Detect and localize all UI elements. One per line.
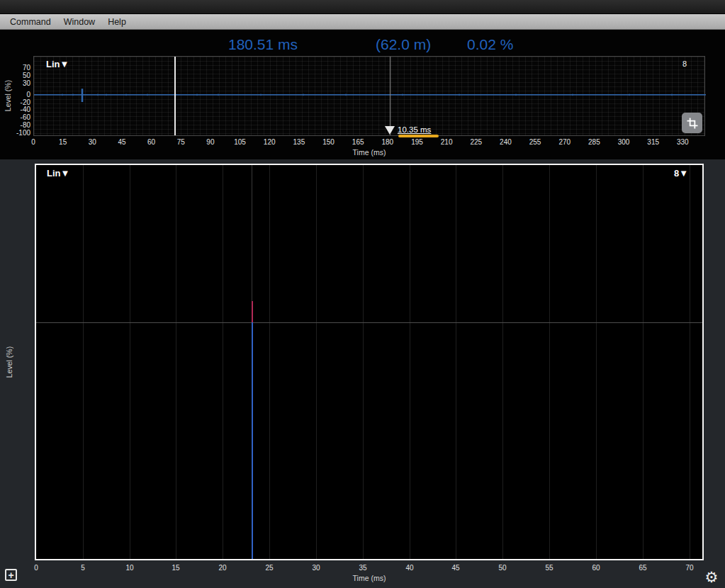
overview-ir-trace [34, 57, 706, 137]
overview-x-tick: 210 [441, 138, 453, 146]
chevron-down-icon: ▼ [61, 168, 70, 179]
overview-x-tick: 255 [529, 138, 541, 146]
overview-x-tick: 165 [352, 138, 364, 146]
main-x-tick: 65 [639, 564, 646, 572]
overview-x-tick: 315 [647, 138, 659, 146]
main-grid-line [130, 165, 130, 559]
locator-time-label[interactable]: 10.35 ms [398, 125, 431, 134]
impulse-positive-lobe [252, 301, 253, 323]
crop-icon [685, 116, 699, 130]
overview-x-tick: 15 [59, 138, 67, 146]
delay-time-value: 180.51 ms [228, 36, 298, 53]
plus-icon: + [8, 570, 13, 580]
menu-item-help[interactable]: Help [108, 17, 126, 27]
main-grid-line [83, 165, 84, 559]
menu-item-window[interactable]: Window [64, 17, 95, 27]
main-pane: Level (%) Lin▼ 8▼ 0510152025303540455055… [0, 159, 725, 588]
zoom-region-boundary-line[interactable] [174, 57, 176, 135]
overview-plot-area[interactable]: Lin▼ 8 10.35 ms [33, 56, 705, 136]
main-x-tick: 35 [359, 564, 366, 572]
overview-x-tick: 90 [206, 138, 214, 146]
overview-x-tick: 75 [177, 138, 185, 146]
overview-x-tick: 300 [618, 138, 630, 146]
main-x-tick: 55 [545, 564, 553, 572]
main-x-axis-label: Time (ms) [353, 574, 386, 582]
overview-x-tick: 285 [588, 138, 600, 146]
overview-x-axis-label: Time (ms) [353, 148, 386, 157]
main-grid-line [269, 165, 270, 559]
overview-x-tick: 135 [293, 138, 305, 146]
main-grid-line [690, 165, 690, 559]
overview-x-tick: 120 [264, 138, 276, 146]
main-grid-line [410, 165, 410, 559]
zero-level-line [36, 322, 702, 323]
main-plot-area[interactable]: Lin▼ 8▼ [35, 164, 704, 560]
main-grid-line [176, 165, 176, 559]
gear-icon: ⚙ [705, 569, 719, 585]
overview-x-tick: 30 [89, 138, 96, 146]
overview-y-tick: 50 [0, 71, 30, 79]
overview-x-tick: 105 [234, 138, 246, 146]
menu-item-command[interactable]: Command [10, 17, 51, 27]
main-scale-dropdown[interactable]: Lin▼ [47, 168, 69, 179]
delay-percent-value: 0.02 % [467, 36, 513, 53]
main-grid-line [643, 165, 643, 559]
overview-y-tick: -80 [0, 120, 30, 128]
overview-x-tick: 150 [322, 138, 335, 146]
overview-pane: 180.51 ms (62.0 m) 0.02 % Level (%) Lin▼… [0, 30, 725, 159]
main-x-tick: 60 [592, 564, 600, 572]
overview-x-tick: 225 [470, 138, 482, 146]
overview-x-tick: 195 [411, 138, 423, 146]
main-grid-line [223, 165, 223, 559]
main-y-axis-label: Level (%) [5, 346, 13, 378]
overview-x-tick: 0 [31, 138, 35, 146]
menu-bar: Command Window Help [0, 14, 725, 30]
overview-y-tick: -20 [0, 98, 30, 106]
overview-y-tick: -100 [0, 128, 30, 136]
impulse-negative-lobe [252, 322, 253, 559]
settings-button[interactable]: ⚙ [703, 569, 720, 586]
main-grid-line [502, 165, 503, 559]
main-x-tick: 70 [685, 564, 693, 572]
overview-y-tick: -60 [0, 113, 30, 121]
crop-zoom-button[interactable] [682, 113, 702, 133]
main-scale-label: Lin [47, 168, 61, 179]
overview-x-tick: 60 [147, 138, 155, 146]
main-x-tick: 25 [265, 564, 273, 572]
overview-x-tick: 270 [558, 138, 571, 146]
overview-x-tick: 45 [118, 138, 125, 146]
smaart-app-window: Command Window Help 180.51 ms (62.0 m) 0… [0, 0, 725, 588]
main-x-tick: 30 [312, 564, 320, 572]
chevron-down-icon: ▼ [679, 168, 688, 179]
main-x-tick: 5 [81, 564, 85, 572]
main-x-tick: 45 [451, 564, 459, 572]
main-grid-line [316, 165, 317, 559]
main-x-tick: 20 [218, 564, 226, 572]
locator-highlight-bar [398, 135, 439, 137]
window-titlebar[interactable] [0, 0, 725, 14]
overview-y-tick: 0 [0, 90, 30, 98]
overview-x-tick: 330 [677, 138, 689, 146]
overview-y-tick: 70 [0, 64, 30, 72]
main-grid-line [596, 165, 597, 559]
main-x-tick: 40 [405, 564, 413, 572]
main-x-tick: 10 [125, 564, 133, 572]
main-grid-line [363, 165, 364, 559]
main-x-tick: 0 [34, 564, 38, 572]
main-grid-line [549, 165, 550, 559]
main-grid-line [456, 165, 456, 559]
add-pane-button[interactable]: + [5, 569, 17, 581]
delay-locator-line[interactable] [390, 57, 390, 135]
overview-y-tick: -40 [0, 106, 30, 113]
main-x-tick: 50 [498, 564, 506, 572]
main-channel-dropdown[interactable]: 8▼ [674, 168, 688, 179]
overview-x-tick: 180 [381, 138, 393, 146]
overview-x-tick: 240 [500, 138, 512, 146]
overview-y-tick: 30 [0, 79, 30, 86]
delay-locator-marker[interactable] [385, 126, 395, 135]
main-x-tick: 15 [172, 564, 179, 572]
delay-distance-value: (62.0 m) [376, 36, 431, 53]
